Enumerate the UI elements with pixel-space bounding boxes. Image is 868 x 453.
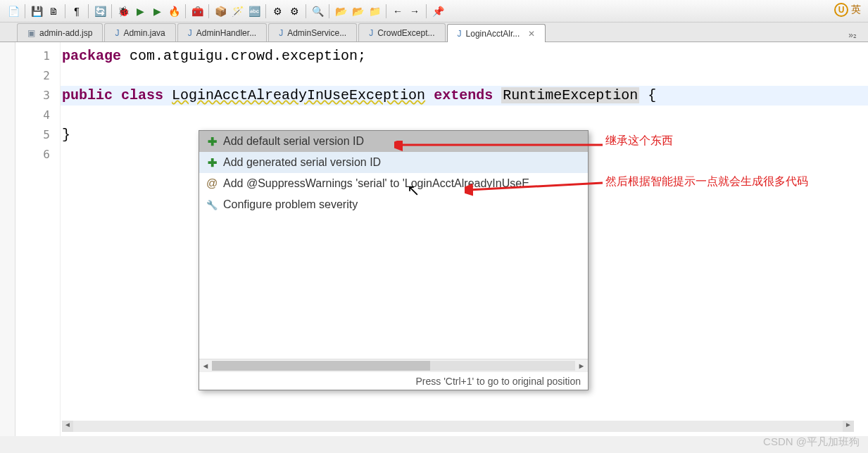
type-icon[interactable]: 🔤 xyxy=(246,4,262,19)
pin-icon[interactable]: 📌 xyxy=(430,4,446,19)
forward-icon[interactable]: → xyxy=(407,4,422,19)
run-config-icon[interactable]: ▶ xyxy=(149,4,165,19)
paragraph-icon[interactable]: ¶ xyxy=(69,4,84,19)
quickfix-label: Add generated serial version ID xyxy=(223,156,381,169)
new-icon[interactable]: 📄 xyxy=(6,4,21,19)
jsp-file-icon: ▣ xyxy=(27,28,35,38)
keyword: package xyxy=(62,48,121,64)
line-number-gutter: 1 2 3 4 5 6 xyxy=(15,42,61,436)
tab-label: AdminService... xyxy=(287,28,346,38)
quickfix-popup: ✚ Add default serial version ID ✚ Add ge… xyxy=(199,130,589,390)
quickfix-item-generated-serial[interactable]: ✚ Add generated serial version ID xyxy=(199,152,588,173)
server-icon[interactable]: ⚙ xyxy=(270,4,285,19)
tab-label: admin-add.jsp xyxy=(39,28,92,38)
quickfix-label: Add @SuppressWarnings 'serial' to 'Login… xyxy=(223,177,529,190)
left-ruler xyxy=(0,42,15,436)
scroll-left-icon[interactable]: ◄ xyxy=(199,362,212,370)
line-number: 6 xyxy=(15,145,60,165)
tab-overflow-button[interactable]: »₂ xyxy=(844,29,861,42)
tab-login-acct-alr[interactable]: J LoginAcctAlr... ✕ xyxy=(447,24,546,42)
editor-hscrollbar[interactable]: ◄ ► xyxy=(62,421,854,432)
quickfix-item-configure-severity[interactable]: 🔧 Configure problem severity xyxy=(199,194,588,215)
tab-admin-java[interactable]: J Admin.java xyxy=(104,23,175,42)
folder3-icon[interactable]: 📁 xyxy=(367,4,382,19)
java-file-icon: J xyxy=(188,28,192,38)
line-number: 1 xyxy=(15,46,60,66)
ime-icon: U xyxy=(834,3,848,17)
quickfix-label: Configure problem severity xyxy=(223,198,358,211)
java-file-icon: J xyxy=(115,28,119,38)
editor-tab-bar: ▣ admin-add.jsp J Admin.java J AdminHand… xyxy=(0,23,868,42)
scroll-right-icon[interactable]: ► xyxy=(843,421,854,432)
tab-label: LoginAcctAlr... xyxy=(466,29,520,39)
keyword: extends xyxy=(434,87,493,103)
keyword: public xyxy=(62,87,113,103)
line-number: 2 xyxy=(15,66,60,86)
quickfix-hscrollbar[interactable]: ◄ ► xyxy=(199,359,588,371)
superclass-name: RuntimeException xyxy=(501,87,639,103)
refresh-icon[interactable]: 🔄 xyxy=(92,4,108,19)
configure-icon: 🔧 xyxy=(206,200,218,210)
save-all-icon[interactable]: 🗎 xyxy=(46,4,61,19)
java-file-icon: J xyxy=(369,28,373,38)
code-text: { xyxy=(639,87,656,103)
java-file-icon: J xyxy=(458,29,462,39)
tab-admin-handler[interactable]: J AdminHandler... xyxy=(177,23,267,42)
package-icon[interactable]: 📦 xyxy=(213,4,228,19)
quickfix-label: Add default serial version ID xyxy=(223,135,364,148)
code-text: com.atguigu.crowd.exception; xyxy=(121,48,366,64)
run-icon[interactable]: ▶ xyxy=(132,4,148,19)
scroll-track[interactable] xyxy=(212,361,575,371)
scroll-left-icon[interactable]: ◄ xyxy=(62,421,73,432)
quickfix-hint: Press 'Ctrl+1' to go to original positio… xyxy=(199,371,588,390)
scroll-thumb[interactable] xyxy=(212,361,430,371)
annotation-text-1: 继承这个东西 xyxy=(605,134,673,148)
annotation-text-2: 然后根据智能提示一点就会生成很多代码 xyxy=(605,172,817,191)
save-icon[interactable]: 💾 xyxy=(29,4,44,19)
tab-crowd-except[interactable]: J CrowdExcept... xyxy=(358,23,445,42)
folder-icon[interactable]: 📂 xyxy=(333,4,348,19)
server2-icon[interactable]: ⚙ xyxy=(287,4,302,19)
class-name: LoginAcctAlreadyInUseException xyxy=(172,87,425,103)
quickfix-item-suppress-warnings[interactable]: @ Add @SuppressWarnings 'serial' to 'Log… xyxy=(199,173,588,194)
ime-label: 英 xyxy=(851,4,861,16)
tab-admin-service[interactable]: J AdminService... xyxy=(268,23,357,42)
scroll-right-icon[interactable]: ► xyxy=(575,362,588,370)
annotation-icon: @ xyxy=(206,177,218,190)
keyword: class xyxy=(121,87,163,103)
watermark-text: CSDN @平凡加班狗 xyxy=(763,435,860,449)
add-icon: ✚ xyxy=(206,156,218,170)
debug-icon[interactable]: 🐞 xyxy=(115,4,131,19)
code-text: } xyxy=(62,127,70,143)
wand-icon[interactable]: 🪄 xyxy=(229,4,245,19)
add-icon: ✚ xyxy=(206,135,218,148)
main-toolbar: 📄 💾 🗎 ¶ 🔄 🐞 ▶ ▶ 🔥 🧰 📦 🪄 🔤 ⚙ ⚙ 🔍 📂 📂 📁 ← … xyxy=(0,0,868,23)
line-number: 3 xyxy=(15,86,60,106)
close-tab-icon[interactable]: ✕ xyxy=(528,29,535,39)
ime-indicator[interactable]: U 英 xyxy=(834,3,861,17)
folder2-icon[interactable]: 📂 xyxy=(350,4,365,19)
line-number: 5 xyxy=(15,125,60,145)
tab-admin-add-jsp[interactable]: ▣ admin-add.jsp xyxy=(17,23,103,42)
coverage-icon[interactable]: 🔥 xyxy=(166,4,182,19)
external-tool-icon[interactable]: 🧰 xyxy=(189,4,205,19)
tab-label: Admin.java xyxy=(123,28,165,38)
back-icon[interactable]: ← xyxy=(390,4,405,19)
tab-label: CrowdExcept... xyxy=(377,28,434,38)
scroll-track[interactable] xyxy=(73,421,843,432)
quickfix-item-default-serial[interactable]: ✚ Add default serial version ID xyxy=(199,131,588,152)
search-icon[interactable]: 🔍 xyxy=(310,4,325,19)
quickfix-list: ✚ Add default serial version ID ✚ Add ge… xyxy=(199,131,588,359)
java-file-icon: J xyxy=(279,28,283,38)
line-number: 4 xyxy=(15,106,60,125)
tab-label: AdminHandler... xyxy=(196,28,256,38)
